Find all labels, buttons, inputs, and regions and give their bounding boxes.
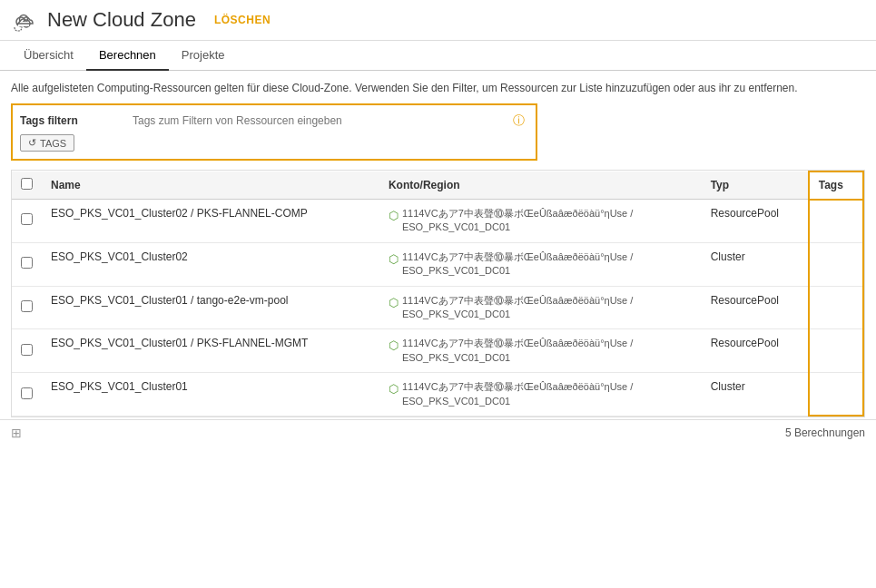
table-row: ESO_PKS_VC01_Cluster01 / tango-e2e-vm-po…: [12, 286, 863, 329]
row-tags: [809, 286, 863, 329]
header-tags: Tags: [809, 172, 863, 200]
row-name: ESO_PKS_VC01_Cluster01 / PKS-FLANNEL-MGM…: [42, 329, 379, 373]
resources-table: Name Konto/Region Typ Tags ESO_PKS_VC01_…: [12, 171, 864, 416]
delete-link[interactable]: LÖSCHEN: [214, 14, 271, 26]
row-checkbox[interactable]: [21, 387, 33, 399]
resources-table-container: Name Konto/Region Typ Tags ESO_PKS_VC01_…: [11, 170, 865, 417]
konto-text: 1114VCあア7中表聲⑩暴ボŒeÛßaâæðëöàü°ηUse /ESO_PK…: [402, 337, 633, 365]
row-konto: ⬡ 1114VCあア7中表聲⑩暴ボŒeÛßaâæðëöàü°ηUse /ESO_…: [379, 286, 702, 329]
table-row: ESO_PKS_VC01_Cluster01 / PKS-FLANNEL-MGM…: [12, 329, 863, 373]
row-checkbox[interactable]: [21, 344, 33, 356]
header-typ: Typ: [702, 172, 809, 200]
tags-button-icon: ↺: [28, 137, 36, 149]
tags-button-label: TAGS: [40, 138, 66, 149]
row-tags: [809, 200, 863, 243]
cloud-icon: [11, 7, 36, 33]
konto-text: 1114VCあア7中表聲⑩暴ボŒeÛßaâæðëöàü°ηUse /ESO_PK…: [402, 380, 633, 408]
row-konto: ⬡ 1114VCあア7中表聲⑩暴ボŒeÛßaâæðëöàü°ηUse /ESO_…: [379, 373, 702, 416]
row-tags: [809, 329, 863, 373]
row-tags: [809, 242, 863, 286]
row-name: ESO_PKS_VC01_Cluster01 / tango-e2e-vm-po…: [42, 286, 379, 329]
tab-berechnen[interactable]: Berechnen: [86, 41, 169, 71]
info-icon[interactable]: ⓘ: [513, 113, 525, 129]
tags-button[interactable]: ↺ TAGS: [20, 134, 74, 152]
row-konto: ⬡ 1114VCあア7中表聲⑩暴ボŒeÛßaâæðëöàü°ηUse /ESO_…: [379, 329, 702, 373]
row-typ: Cluster: [702, 242, 809, 286]
tab-uebersicht[interactable]: Übersicht: [11, 41, 86, 71]
row-name: ESO_PKS_VC01_Cluster02 / PKS-FLANNEL-COM…: [42, 200, 379, 243]
table-footer: ⊞ 5 Berechnungen: [0, 419, 876, 446]
record-count: 5 Berechnungen: [785, 426, 865, 439]
table-body: ESO_PKS_VC01_Cluster02 / PKS-FLANNEL-COM…: [12, 200, 863, 416]
row-typ: ResourcePool: [702, 200, 809, 243]
page-header: New Cloud Zone LÖSCHEN: [0, 0, 876, 41]
server-icon: ⬡: [389, 381, 399, 397]
row-checkbox-cell: [12, 329, 42, 373]
tags-button-row: ↺ TAGS: [20, 134, 528, 152]
filter-section: Tags filtern ⓘ ↺ TAGS: [11, 103, 537, 161]
row-typ: Cluster: [702, 373, 809, 416]
tab-projekte[interactable]: Projekte: [169, 41, 238, 71]
row-checkbox[interactable]: [21, 257, 33, 269]
server-icon: ⬡: [389, 251, 399, 268]
server-icon: ⬡: [389, 295, 399, 311]
header-checkbox-cell: [12, 172, 42, 200]
table-header-row: Name Konto/Region Typ Tags: [12, 172, 863, 200]
server-icon: ⬡: [389, 208, 399, 224]
table-row: ESO_PKS_VC01_Cluster02 ⬡ 1114VCあア7中表聲⑩暴ボ…: [12, 242, 863, 286]
server-icon: ⬡: [389, 338, 399, 354]
row-tags: [809, 373, 863, 416]
row-konto: ⬡ 1114VCあア7中表聲⑩暴ボŒeÛßaâæðëöàü°ηUse /ESO_…: [379, 200, 702, 243]
row-checkbox-cell: [12, 242, 42, 286]
page-title: New Cloud Zone: [47, 8, 196, 32]
filter-label: Tags filtern: [20, 114, 129, 127]
konto-text: 1114VCあア7中表聲⑩暴ボŒeÛßaâæðëöàü°ηUse /ESO_PK…: [402, 294, 633, 322]
table-row: ESO_PKS_VC01_Cluster02 / PKS-FLANNEL-COM…: [12, 200, 863, 243]
row-typ: ResourcePool: [702, 286, 809, 329]
table-row: ESO_PKS_VC01_Cluster01 ⬡ 1114VCあア7中表聲⑩暴ボ…: [12, 373, 863, 416]
row-konto: ⬡ 1114VCあア7中表聲⑩暴ボŒeÛßaâæðëöàü°ηUse /ESO_…: [379, 242, 702, 286]
filter-row: Tags filtern ⓘ: [20, 113, 528, 129]
row-checkbox-cell: [12, 373, 42, 416]
row-checkbox-cell: [12, 286, 42, 329]
row-checkbox[interactable]: [21, 300, 33, 312]
row-checkbox-cell: [12, 200, 42, 243]
row-name: ESO_PKS_VC01_Cluster01: [42, 373, 379, 416]
resize-icon: ⊞: [11, 426, 22, 440]
filter-input-wrapper: ⓘ: [129, 113, 528, 129]
konto-text: 1114VCあア7中表聲⑩暴ボŒeÛßaâæðëöàü°ηUse /ESO_PK…: [402, 207, 633, 235]
header-konto: Konto/Region: [379, 172, 702, 200]
row-checkbox[interactable]: [21, 213, 33, 225]
filter-input[interactable]: [129, 113, 528, 129]
header-name: Name: [42, 172, 379, 200]
description-text: Alle aufgelisteten Computing-Ressourcen …: [0, 71, 876, 103]
row-name: ESO_PKS_VC01_Cluster02: [42, 242, 379, 286]
row-typ: ResourcePool: [702, 329, 809, 373]
tab-bar: Übersicht Berechnen Projekte: [0, 41, 876, 71]
select-all-checkbox[interactable]: [21, 178, 33, 190]
konto-text: 1114VCあア7中表聲⑩暴ボŒeÛßaâæðëöàü°ηUse /ESO_PK…: [402, 250, 633, 279]
